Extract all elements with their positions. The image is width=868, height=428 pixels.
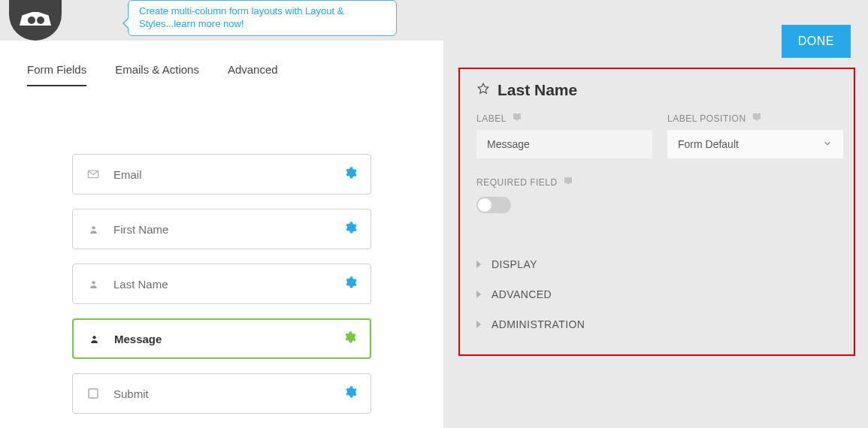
envelope-icon	[86, 167, 100, 181]
svg-point-3	[92, 336, 95, 339]
label-input[interactable]: Message	[476, 130, 652, 158]
field-item-email[interactable]: Email	[72, 154, 371, 194]
field-label: Submit	[113, 387, 343, 400]
left-panel: Form Fields Emails & Actions Advanced Em…	[0, 41, 443, 428]
field-label: Message	[114, 333, 343, 345]
svg-point-1	[92, 226, 95, 229]
section-display[interactable]: DISPLAY	[460, 249, 854, 279]
svg-point-2	[92, 281, 95, 284]
section-administration[interactable]: ADMINISTRATION	[460, 309, 854, 339]
required-toggle[interactable]	[476, 197, 511, 213]
section-advanced[interactable]: ADVANCED	[460, 279, 854, 309]
label-caption: LABEL	[476, 113, 652, 124]
field-label: Last Name	[113, 278, 343, 291]
done-button[interactable]: DONE	[782, 25, 851, 58]
fields-list: Email First Name Last Name	[0, 86, 443, 414]
user-icon	[86, 277, 100, 291]
detail-title: Last Name	[498, 81, 577, 99]
field-label: Email	[113, 168, 343, 181]
gear-icon[interactable]	[343, 276, 357, 292]
chevron-down-icon	[822, 138, 833, 151]
field-item-lastname[interactable]: Last Name	[72, 264, 371, 304]
tab-advanced[interactable]: Advanced	[228, 63, 278, 86]
gear-icon[interactable]	[343, 385, 357, 402]
field-label: First Name	[113, 223, 343, 236]
position-select[interactable]: Form Default	[667, 130, 843, 158]
triangle-right-icon	[476, 321, 481, 328]
ninja-logo	[9, 0, 62, 41]
square-icon	[86, 387, 100, 400]
triangle-right-icon	[476, 261, 481, 268]
triangle-right-icon	[476, 291, 481, 298]
required-caption: REQUIRED FIELD	[476, 176, 837, 188]
tab-form-fields[interactable]: Form Fields	[27, 63, 86, 86]
tip-bubble[interactable]: Create multi-column form layouts with La…	[128, 0, 397, 36]
field-item-message[interactable]: Message	[72, 318, 371, 359]
comment-icon[interactable]	[752, 113, 761, 124]
gear-icon[interactable]	[343, 330, 356, 347]
field-detail-panel: Last Name LABEL Message LABEL POSITION F…	[458, 68, 855, 356]
gear-icon[interactable]	[343, 166, 357, 182]
star-icon[interactable]	[476, 82, 490, 98]
position-caption: LABEL POSITION	[667, 113, 843, 124]
comment-icon[interactable]	[564, 176, 573, 188]
tab-emails-actions[interactable]: Emails & Actions	[115, 63, 199, 86]
field-item-submit[interactable]: Submit	[72, 373, 371, 414]
user-icon	[87, 332, 101, 345]
comment-icon[interactable]	[513, 113, 522, 124]
field-item-firstname[interactable]: First Name	[72, 209, 371, 249]
gear-icon[interactable]	[343, 221, 357, 237]
tabs: Form Fields Emails & Actions Advanced	[0, 41, 443, 86]
user-icon	[86, 222, 100, 236]
